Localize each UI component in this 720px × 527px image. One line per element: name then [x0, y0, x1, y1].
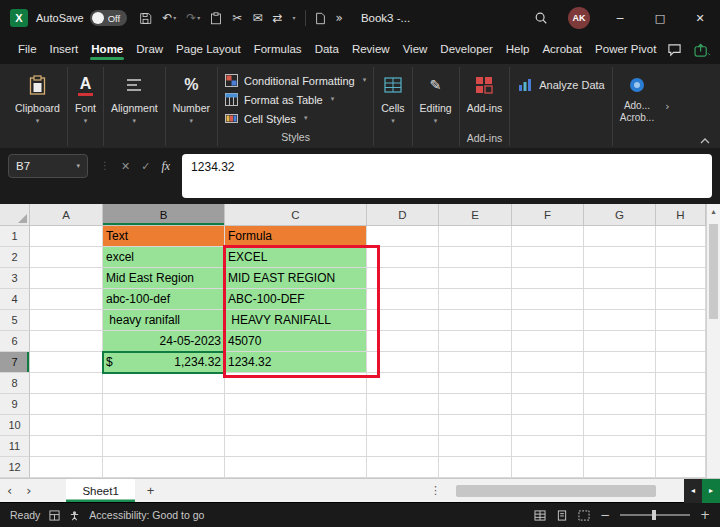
- cell-a3[interactable]: [30, 268, 103, 289]
- zoom-slider-thumb[interactable]: [652, 510, 656, 520]
- tab-draw[interactable]: Draw: [134, 38, 165, 63]
- cancel-icon[interactable]: ✕: [121, 161, 130, 172]
- cell-c12[interactable]: [225, 457, 367, 478]
- cell-c1[interactable]: Formula: [225, 226, 367, 247]
- cell-a11[interactable]: [30, 436, 103, 457]
- cell-e8[interactable]: [439, 373, 512, 394]
- cell-c6[interactable]: 45070: [225, 331, 367, 352]
- row-header-12[interactable]: 12: [0, 457, 30, 478]
- cell-h2[interactable]: [656, 247, 706, 268]
- cell-a8[interactable]: [30, 373, 103, 394]
- conditional-formatting-chevron-icon[interactable]: ▾: [363, 77, 367, 84]
- cell-h10[interactable]: [656, 415, 706, 436]
- editing-group[interactable]: ✎ Editing ▾: [413, 67, 460, 146]
- cell-d6[interactable]: [367, 331, 439, 352]
- row-header-8[interactable]: 8: [0, 373, 30, 394]
- cell-g11[interactable]: [584, 436, 656, 457]
- comments-icon[interactable]: [667, 43, 682, 57]
- cell-h5[interactable]: [656, 310, 706, 331]
- excel-logo-icon[interactable]: X: [10, 9, 28, 27]
- adobe-acrobat-group[interactable]: Ado... Acrob...: [613, 67, 661, 146]
- column-header-e[interactable]: E: [439, 204, 512, 226]
- cell-g10[interactable]: [584, 415, 656, 436]
- cell-b5[interactable]: heavy ranifall: [103, 310, 225, 331]
- cell-e3[interactable]: [439, 268, 512, 289]
- cell-c5[interactable]: HEAVY RANIFALL: [225, 310, 367, 331]
- cell-h1[interactable]: [656, 226, 706, 247]
- accessibility-icon[interactable]: [69, 510, 80, 521]
- cell-f10[interactable]: [512, 415, 584, 436]
- cell-g3[interactable]: [584, 268, 656, 289]
- cell-d10[interactable]: [367, 415, 439, 436]
- cells-chevron-icon[interactable]: ▾: [391, 118, 395, 125]
- font-group[interactable]: A Font ▾: [68, 67, 104, 146]
- zoom-out-button[interactable]: −: [600, 509, 610, 521]
- cell-g1[interactable]: [584, 226, 656, 247]
- tab-acrobat[interactable]: Acrobat: [540, 38, 584, 63]
- cell-c7[interactable]: 1234.32: [225, 352, 367, 373]
- sheet-nav-right-icon[interactable]: ›: [19, 484, 38, 497]
- ribbon-collapse-icon[interactable]: [700, 138, 710, 144]
- tab-page-layout[interactable]: Page Layout: [174, 38, 243, 63]
- sheet-nav-left-icon[interactable]: ‹: [0, 484, 19, 497]
- cell-f9[interactable]: [512, 394, 584, 415]
- cell-d8[interactable]: [367, 373, 439, 394]
- minimize-button[interactable]: ─: [600, 0, 640, 36]
- tab-data[interactable]: Data: [313, 38, 341, 63]
- cell-b7[interactable]: $1,234.32: [103, 352, 225, 373]
- font-chevron-icon[interactable]: ▾: [84, 118, 88, 125]
- cell-g8[interactable]: [584, 373, 656, 394]
- tab-developer[interactable]: Developer: [438, 38, 494, 63]
- column-header-f[interactable]: F: [512, 204, 584, 226]
- scroll-right-button[interactable]: ▸: [702, 479, 720, 503]
- cell-b2[interactable]: excel: [103, 247, 225, 268]
- tab-insert[interactable]: Insert: [48, 38, 81, 63]
- cell-d3[interactable]: [367, 268, 439, 289]
- cell-a7[interactable]: [30, 352, 103, 373]
- cell-b3[interactable]: Mid East Region: [103, 268, 225, 289]
- cell-e6[interactable]: [439, 331, 512, 352]
- cell-b11[interactable]: [103, 436, 225, 457]
- cell-g7[interactable]: [584, 352, 656, 373]
- column-header-h[interactable]: H: [656, 204, 706, 226]
- search-icon[interactable]: [524, 11, 558, 25]
- cell-a10[interactable]: [30, 415, 103, 436]
- cut-icon[interactable]: ✂: [228, 9, 246, 27]
- sync-icon[interactable]: ⇄: [268, 9, 286, 27]
- cell-c4[interactable]: ABC-100-DEF: [225, 289, 367, 310]
- cell-f5[interactable]: [512, 310, 584, 331]
- cell-d2[interactable]: [367, 247, 439, 268]
- tab-view[interactable]: View: [401, 38, 430, 63]
- horizontal-scroll-thumb[interactable]: [456, 485, 656, 497]
- cell-e1[interactable]: [439, 226, 512, 247]
- cell-a12[interactable]: [30, 457, 103, 478]
- cell-c2[interactable]: EXCEL: [225, 247, 367, 268]
- page-layout-view-icon[interactable]: [556, 510, 568, 521]
- select-all-corner[interactable]: [0, 204, 30, 226]
- tab-home[interactable]: Home: [89, 38, 125, 63]
- formula-input[interactable]: 1234.32: [182, 154, 712, 198]
- redo-icon[interactable]: ↷▾: [182, 9, 204, 27]
- macro-record-icon[interactable]: [49, 510, 60, 521]
- cell-g12[interactable]: [584, 457, 656, 478]
- cell-g4[interactable]: [584, 289, 656, 310]
- cell-e5[interactable]: [439, 310, 512, 331]
- alignment-group[interactable]: Alignment ▾: [104, 67, 166, 146]
- row-header-2[interactable]: 2: [0, 247, 30, 268]
- format-as-table-chevron-icon[interactable]: ▾: [331, 96, 335, 103]
- cell-d4[interactable]: [367, 289, 439, 310]
- cell-h9[interactable]: [656, 394, 706, 415]
- cell-b6[interactable]: 24-05-2023: [103, 331, 225, 352]
- cell-f4[interactable]: [512, 289, 584, 310]
- cell-c3[interactable]: MID EAST REGION: [225, 268, 367, 289]
- cell-a2[interactable]: [30, 247, 103, 268]
- cell-e10[interactable]: [439, 415, 512, 436]
- cell-e4[interactable]: [439, 289, 512, 310]
- maximize-button[interactable]: □: [640, 0, 680, 36]
- cell-styles-chevron-icon[interactable]: ▾: [304, 115, 308, 122]
- cell-g2[interactable]: [584, 247, 656, 268]
- cell-h11[interactable]: [656, 436, 706, 457]
- alignment-chevron-icon[interactable]: ▾: [133, 118, 137, 125]
- zoom-in-button[interactable]: +: [700, 509, 710, 521]
- tab-file[interactable]: File: [16, 38, 39, 63]
